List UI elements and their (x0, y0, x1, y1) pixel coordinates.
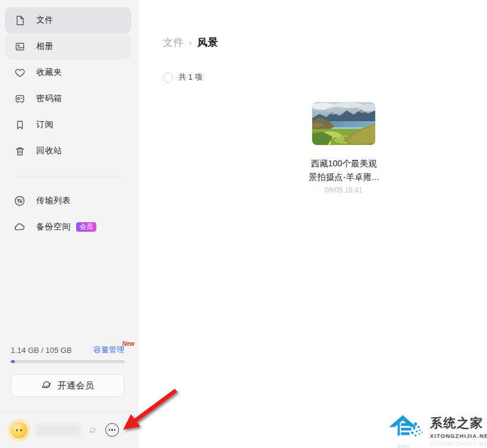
file-icon (14, 14, 26, 26)
sidebar-secondary-nav: 传输列表 备份空间 会员 (5, 188, 131, 240)
item-count-label: 共 1 项 (178, 72, 202, 83)
storage-progress-fill (11, 360, 15, 363)
breadcrumb-separator-icon: › (189, 38, 192, 48)
user-avatar[interactable] (11, 422, 27, 438)
member-planet-icon (88, 425, 98, 435)
storage-progress-bar (11, 360, 125, 363)
user-name-blurred (36, 424, 81, 437)
sidebar-item-recycle-bin[interactable]: 回收站 (5, 138, 131, 164)
storage-section: 1.14 GB / 105 GB 容量管理 New (11, 345, 125, 363)
album-icon (14, 40, 26, 52)
sidebar-item-subscriptions[interactable]: 订阅 (5, 112, 131, 138)
select-all-checkbox[interactable] (163, 72, 173, 83)
sidebar-item-password-box[interactable]: 密码箱 (5, 86, 131, 112)
storage-usage-text: 1.14 GB / 105 GB (11, 346, 72, 355)
sidebar: 文件 相册 收藏夹 密码箱 (0, 0, 139, 448)
sidebar-item-favorites[interactable]: 收藏夹 (5, 59, 131, 86)
cloud-icon (14, 221, 26, 233)
breadcrumb-parent[interactable]: 文件 (163, 36, 184, 49)
sidebar-item-label: 密码箱 (36, 93, 62, 104)
heart-icon (14, 67, 26, 78)
cloud-drive-app: 文件 相册 收藏夹 密码箱 (0, 0, 487, 448)
sidebar-item-transfer-list[interactable]: 传输列表 (5, 188, 131, 214)
watermark-domain: XITONGZHIJIA.NET (430, 433, 487, 439)
file-name-line1: 西藏100个最美观 (305, 157, 382, 171)
watermark-main: 系统之家 XITONGZHIJIA.NET (388, 412, 486, 441)
upgrade-button-label: 开通会员 (58, 380, 95, 392)
new-badge: New (122, 340, 134, 347)
bookmark-icon (14, 119, 26, 131)
sidebar-item-label: 回收站 (36, 146, 62, 156)
xitongzhijia-logo-icon (388, 412, 425, 441)
sidebar-item-backup-space[interactable]: 备份空间 会员 (5, 214, 131, 240)
planet-icon (41, 379, 52, 392)
file-date: 09/05 16:41 (312, 186, 375, 194)
member-badge: 会员 (76, 222, 96, 232)
selection-row: 共 1 项 (163, 72, 202, 83)
file-name-line2: 景拍摄点-羊卓雍... (305, 171, 382, 184)
more-options-button[interactable] (105, 423, 119, 437)
file-card[interactable]: 西藏100个最美观 景拍摄点-羊卓雍... 09/05 16:41 (312, 102, 375, 194)
sidebar-item-label: 收藏夹 (36, 67, 62, 78)
safe-icon (14, 93, 26, 105)
watermark: 系统之家 XITONGZHIJIA.NET 系统之家 XITONGZHIJIA.… (388, 412, 486, 448)
watermark-title: 系统之家 (430, 415, 487, 431)
sidebar-item-albums[interactable]: 相册 (5, 33, 131, 59)
upgrade-member-button[interactable]: 开通会员 (11, 374, 124, 397)
file-name: 西藏100个最美观 景拍摄点-羊卓雍... (305, 157, 382, 184)
main-content: 文件 › 风景 共 1 项 (139, 0, 487, 448)
user-account-row (0, 412, 139, 448)
sidebar-item-label: 文件 (36, 15, 54, 26)
sidebar-primary-nav: 文件 相册 收藏夹 密码箱 (5, 7, 131, 164)
sidebar-item-label: 备份空间 (36, 222, 71, 232)
sidebar-item-files[interactable]: 文件 (5, 7, 131, 33)
sidebar-item-label: 传输列表 (36, 195, 71, 206)
sidebar-item-label: 订阅 (36, 119, 54, 130)
breadcrumb: 文件 › 风景 (163, 36, 218, 49)
trash-icon (14, 145, 26, 157)
file-thumbnail[interactable] (312, 102, 375, 145)
watermark-reflection: 系统之家 XITONGZHIJIA.NET (388, 439, 486, 448)
sidebar-divider (11, 176, 125, 176)
capacity-manage-link[interactable]: 容量管理 (93, 345, 124, 355)
xitongzhijia-logo-reflection-icon (388, 439, 425, 448)
sidebar-item-label: 相册 (36, 41, 54, 52)
breadcrumb-current: 风景 (197, 36, 218, 49)
transfer-icon (14, 195, 26, 207)
